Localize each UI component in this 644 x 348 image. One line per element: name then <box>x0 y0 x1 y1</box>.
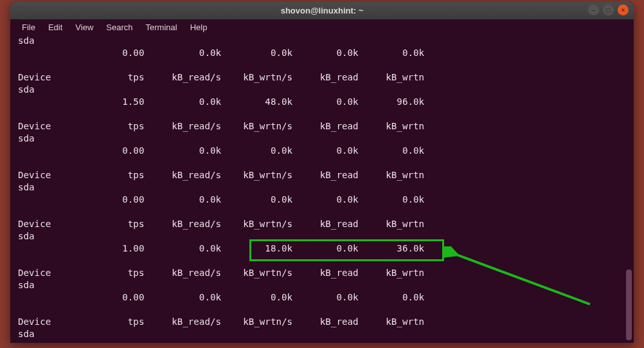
terminal-output[interactable]: sda 0.00 0.0k 0.0k 0.0k 0.0kDevice tps k… <box>10 35 634 340</box>
terminal-line: 1.50 0.0k 48.0k 0.0k 96.0k <box>18 96 634 108</box>
terminal-line: 0.00 0.0k 0.0k 0.0k 0.0k <box>18 47 634 59</box>
terminal-line: Device tps kB_read/s kB_wrtn/s kB_read k… <box>18 169 634 181</box>
terminal-line: Device tps kB_read/s kB_wrtn/s kB_read k… <box>18 316 634 328</box>
terminal-line: Device tps kB_read/s kB_wrtn/s kB_read k… <box>18 267 634 279</box>
terminal-line: Device tps kB_read/s kB_wrtn/s kB_read k… <box>18 218 634 230</box>
terminal-window: shovon@linuxhint: ~ – □ × File Edit View… <box>10 2 634 343</box>
minimize-icon: – <box>591 7 595 14</box>
terminal-line <box>18 255 634 267</box>
terminal-line: Device tps kB_read/s kB_wrtn/s kB_read k… <box>18 120 634 133</box>
terminal-line: sda <box>18 35 634 47</box>
terminal-line: Device tps kB_read/s kB_wrtn/s kB_read k… <box>18 71 634 84</box>
terminal-line: sda <box>18 328 634 340</box>
menu-view[interactable]: View <box>70 21 98 33</box>
terminal-line: 0.00 0.0k 0.0k 0.0k 0.0k <box>18 145 634 157</box>
terminal-line: sda <box>18 84 634 96</box>
menubar: File Edit View Search Terminal Help <box>10 19 634 35</box>
menu-search[interactable]: Search <box>101 21 138 33</box>
terminal-line: sda <box>18 279 634 291</box>
terminal-line <box>18 59 634 71</box>
close-icon: × <box>621 7 625 14</box>
menu-terminal[interactable]: Terminal <box>141 21 183 33</box>
close-button[interactable]: × <box>618 5 629 15</box>
terminal-line: 1.00 0.0k 18.0k 0.0k 36.0k <box>18 243 634 255</box>
window-controls: – □ × <box>588 5 629 15</box>
terminal-line: sda <box>18 133 634 145</box>
terminal-line <box>18 157 634 169</box>
menu-file[interactable]: File <box>17 21 40 33</box>
terminal-line: 0.00 0.0k 0.0k 0.0k 0.0k <box>18 194 634 206</box>
terminal-line: sda <box>18 181 634 194</box>
terminal-line <box>18 206 634 218</box>
minimize-button[interactable]: – <box>588 5 599 15</box>
titlebar[interactable]: shovon@linuxhint: ~ – □ × <box>10 2 634 19</box>
terminal-line <box>18 304 634 316</box>
terminal-line: sda <box>18 230 634 243</box>
menu-help[interactable]: Help <box>185 21 213 33</box>
terminal-line: 0.00 0.0k 0.0k 0.0k 0.0k <box>18 291 634 304</box>
terminal-line <box>18 108 634 120</box>
scrollbar[interactable] <box>626 35 632 340</box>
menu-edit[interactable]: Edit <box>43 21 67 33</box>
maximize-icon: □ <box>606 7 610 14</box>
maximize-button[interactable]: □ <box>603 5 614 15</box>
window-title: shovon@linuxhint: ~ <box>10 6 634 15</box>
scroll-thumb[interactable] <box>626 270 632 340</box>
